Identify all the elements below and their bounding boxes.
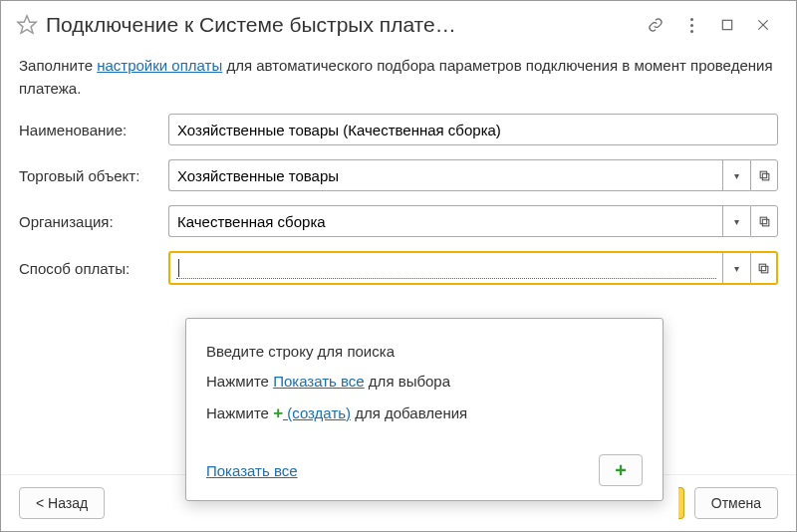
object-dropdown-button[interactable]: ▾ xyxy=(722,159,750,191)
plus-icon: + xyxy=(273,403,283,422)
object-input[interactable]: Хозяйственные товары xyxy=(168,159,722,191)
svg-rect-6 xyxy=(760,217,767,224)
paymethod-input[interactable] xyxy=(168,251,722,285)
popup-add-button[interactable]: + xyxy=(599,454,643,486)
close-icon[interactable] xyxy=(745,11,781,39)
paymethod-dropdown-button[interactable]: ▾ xyxy=(722,251,750,285)
popup-hint-showall: Нажмите Показать все для выбора xyxy=(206,367,643,397)
text-caret-icon xyxy=(178,259,179,277)
object-label: Торговый объект: xyxy=(19,167,168,184)
svg-rect-4 xyxy=(760,171,767,178)
svg-rect-1 xyxy=(722,20,731,29)
svg-marker-0 xyxy=(18,16,36,33)
popup-create-link[interactable]: (создать) xyxy=(283,404,351,421)
name-input[interactable] xyxy=(168,114,778,145)
svg-rect-9 xyxy=(761,266,768,273)
back-button[interactable]: < Назад xyxy=(19,487,105,519)
svg-rect-5 xyxy=(762,173,769,180)
svg-rect-8 xyxy=(759,264,766,271)
org-dropdown-button[interactable]: ▾ xyxy=(722,205,750,237)
intro-text: Заполните настройки оплаты для автоматич… xyxy=(19,55,778,100)
payment-settings-link[interactable]: настройки оплаты xyxy=(97,57,222,74)
paymethod-open-button[interactable] xyxy=(750,251,778,285)
org-input[interactable]: Качественная сборка xyxy=(168,205,722,237)
org-open-button[interactable] xyxy=(750,205,778,237)
maximize-icon[interactable] xyxy=(709,11,745,39)
popup-footer-showall-link[interactable]: Показать все xyxy=(206,462,298,479)
required-underline-icon xyxy=(176,278,716,279)
org-label: Организация: xyxy=(19,213,168,230)
link-icon[interactable] xyxy=(638,11,673,39)
name-label: Наименование: xyxy=(19,122,168,138)
cancel-button[interactable]: Отмена xyxy=(694,487,778,519)
paymethod-dropdown-popup: Введите строку для поиска Нажмите Показа… xyxy=(185,318,664,501)
svg-rect-7 xyxy=(762,219,769,226)
window-title: Подключение к Системе быстрых плате… xyxy=(46,13,630,37)
favorite-star-icon[interactable] xyxy=(16,14,38,36)
next-button-partial[interactable] xyxy=(678,487,684,519)
popup-showall-link[interactable]: Показать все xyxy=(273,373,365,390)
object-open-button[interactable] xyxy=(750,159,778,191)
paymethod-label: Способ оплаты: xyxy=(19,260,168,277)
kebab-menu-icon[interactable] xyxy=(673,11,709,39)
popup-hint-create: Нажмите + (создать) для добавления xyxy=(206,397,643,430)
popup-hint-search: Введите строку для поиска xyxy=(206,337,643,367)
